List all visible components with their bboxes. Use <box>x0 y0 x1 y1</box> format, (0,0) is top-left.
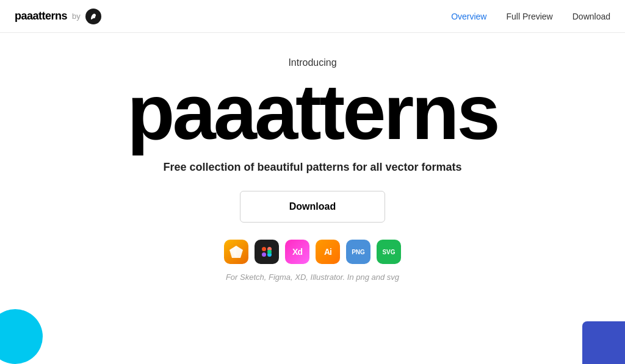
format-note: For Sketch, Figma, XD, Illustrator. In p… <box>226 273 399 282</box>
svg-point-0 <box>93 16 95 18</box>
intro-text: Introducing <box>288 57 336 68</box>
svg-icon: SVG <box>377 240 401 264</box>
deco-circle-right <box>582 321 625 364</box>
nav-overview[interactable]: Overview <box>451 12 486 21</box>
nav-full-preview[interactable]: Full Preview <box>506 12 552 21</box>
svg-point-8 <box>267 250 272 254</box>
deco-circle-left <box>0 309 43 364</box>
main-content: Introducing paaatterns Free collection o… <box>0 33 625 282</box>
png-icon: PNG <box>346 240 370 264</box>
figma-icon <box>255 240 279 264</box>
hero-subtitle: Free collection of beautiful patterns fo… <box>163 161 461 174</box>
xd-icon: Xd <box>285 240 309 264</box>
app-icons-row: Xd Ai PNG SVG <box>224 240 401 264</box>
download-button[interactable]: Download <box>240 191 385 223</box>
sketch-icon <box>224 240 248 264</box>
brand-section: paaatterns by <box>15 9 101 24</box>
nav-links: Overview Full Preview Download <box>451 12 610 21</box>
brand-by-label: by <box>72 12 81 21</box>
svg-rect-6 <box>262 252 266 257</box>
navbar: paaatterns by Overview Full Preview Down… <box>0 0 625 33</box>
hero-title: paaatterns <box>127 73 497 151</box>
nav-download[interactable]: Download <box>573 12 610 21</box>
brand-name: paaatterns <box>15 10 67 23</box>
illustrator-icon: Ai <box>316 240 340 264</box>
svg-rect-4 <box>262 247 266 251</box>
brand-logo[interactable] <box>85 9 101 24</box>
